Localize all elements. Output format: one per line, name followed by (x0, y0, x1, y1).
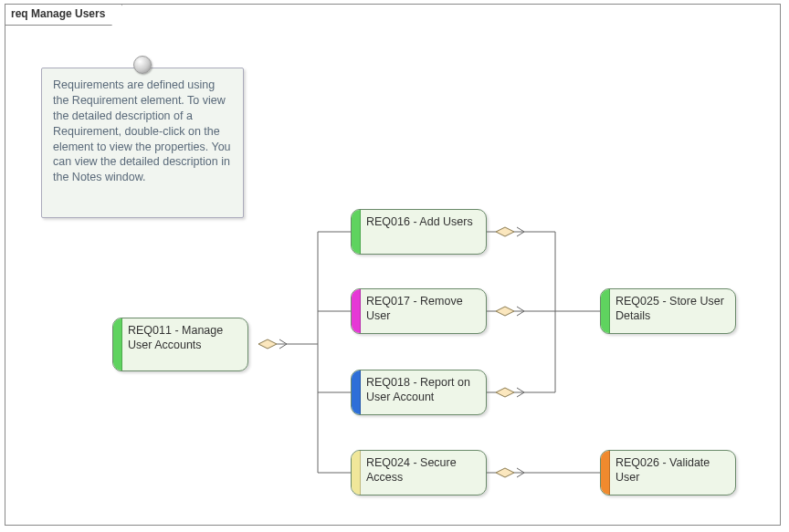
req-024[interactable]: REQ024 - Secure Access (351, 450, 487, 495)
req-label: REQ024 - Secure Access (366, 456, 479, 485)
req-label: REQ017 - Remove User (366, 295, 479, 323)
req-label: REQ018 - Report on User Account (366, 376, 479, 404)
req-label: REQ026 - Validate User (615, 456, 728, 485)
req-label: REQ011 - Manage User Accounts (128, 324, 240, 352)
req-011[interactable]: REQ011 - Manage User Accounts (112, 318, 248, 371)
stripe (352, 451, 361, 495)
frame-title: req Manage Users (5, 4, 122, 26)
note-element[interactable]: Requirements are defined using the Requi… (41, 68, 244, 218)
req-label: REQ025 - Store User Details (615, 295, 728, 323)
stripe (352, 370, 361, 414)
note-text: Requirements are defined using the Requi… (53, 78, 232, 185)
stripe (601, 451, 610, 495)
req-016[interactable]: REQ016 - Add Users (351, 209, 487, 255)
pin-icon (133, 56, 152, 74)
stripe (601, 289, 610, 333)
req-017[interactable]: REQ017 - Remove User (351, 288, 487, 334)
req-025[interactable]: REQ025 - Store User Details (600, 288, 736, 334)
req-label: REQ016 - Add Users (366, 215, 479, 230)
stripe (113, 318, 122, 370)
stripe (352, 210, 361, 254)
req-018[interactable]: REQ018 - Report on User Account (351, 370, 487, 415)
diagram-canvas: req Manage Users Requirements are define… (0, 0, 789, 532)
stripe (352, 289, 361, 333)
req-026[interactable]: REQ026 - Validate User (600, 450, 736, 495)
